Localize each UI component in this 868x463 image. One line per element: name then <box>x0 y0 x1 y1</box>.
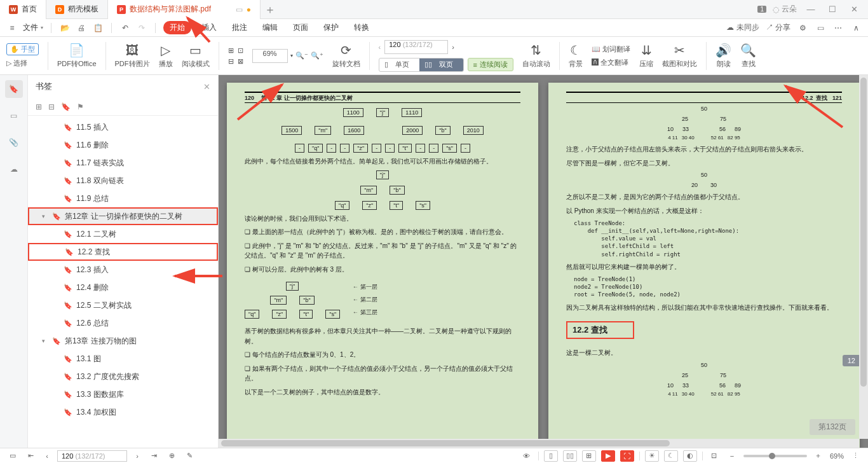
next-page-icon[interactable]: › <box>131 452 144 460</box>
first-page-icon[interactable]: ⇤ <box>24 452 37 460</box>
tab-add-button[interactable]: ＋ <box>261 2 280 17</box>
page-prev-icon[interactable]: ‹ <box>379 43 381 51</box>
bookmark-item[interactable]: 🔖12.4 删除 <box>28 279 218 296</box>
single-page-button[interactable]: ▯ 单页 <box>379 59 419 71</box>
status-more-icon[interactable]: ⋮ <box>849 452 862 460</box>
share-button[interactable]: ↗ 分享 <box>766 22 790 33</box>
thumbnail-panel-icon[interactable]: ▭ <box>5 107 23 125</box>
bookmark-item[interactable]: 🔖12.1 二叉树 <box>28 225 218 243</box>
read-aloud[interactable]: 🔊朗读 <box>715 43 731 69</box>
bookmark-item[interactable]: 🔖13.3 图数据库 <box>28 385 218 403</box>
bookmark-item[interactable]: 🔖12.5 二叉树实战 <box>28 296 218 314</box>
hand-tool[interactable]: ✋ 手型 <box>6 43 39 55</box>
horizontal-scrollbar[interactable] <box>219 439 859 448</box>
fit-width-icon[interactable]: ⊞ <box>228 46 234 55</box>
status-page-input[interactable]: 120 (132/172) <box>57 450 127 462</box>
view-double-icon[interactable]: ▯▯ <box>563 450 577 462</box>
close-button[interactable]: ✕ <box>846 4 862 14</box>
maximize-button[interactable]: ☐ <box>825 4 840 14</box>
view-single-icon[interactable]: ▯ <box>544 450 558 462</box>
bookmark-item[interactable]: 🔖12.2 查找 <box>28 243 218 261</box>
last-page-icon[interactable]: ⇥ <box>147 452 160 460</box>
full-translate[interactable]: 🅰 全文翻译 <box>592 58 630 67</box>
menu-start[interactable]: 开始 <box>163 21 191 34</box>
view-full-icon[interactable]: ⛶ <box>620 450 634 462</box>
bookmark-item[interactable]: 🔖11.7 链表实战 <box>28 154 218 172</box>
bookmark-list[interactable]: 🔖11.5 插入🔖11.6 删除🔖11.7 链表实战🔖11.8 双向链表🔖11.… <box>28 116 218 448</box>
eye-icon[interactable]: 👁 <box>520 452 533 460</box>
cloud-panel-icon[interactable]: ☁ <box>5 160 23 178</box>
hamburger-icon[interactable]: ≡ <box>6 22 18 34</box>
bookmark-item[interactable]: 🔖13.2 广度优先搜索 <box>28 368 218 385</box>
attachment-panel-icon[interactable]: 📎 <box>5 134 23 151</box>
bookmark-item[interactable]: 🔖12.3 插入 <box>28 261 218 279</box>
fit-page-icon[interactable]: ⊡ <box>238 46 243 55</box>
crop-compare[interactable]: ✂截图和对比 <box>662 43 697 69</box>
cloud-icon[interactable]: ◌ 云朵 <box>773 4 797 15</box>
zoom-in-icon[interactable]: 🔍⁺ <box>311 52 323 60</box>
close-panel-icon[interactable]: ✕ <box>203 82 210 92</box>
open-icon[interactable]: 📂 <box>59 22 71 34</box>
page-next-icon[interactable]: › <box>452 43 454 51</box>
select-tool[interactable]: ▷ 选择 <box>6 58 39 69</box>
collapse-ribbon-icon[interactable]: ∧ <box>850 22 862 34</box>
menu-annotate[interactable]: 批注 <box>227 22 252 33</box>
background[interactable]: ☾背景 <box>569 43 583 69</box>
bookmark-item[interactable]: 🔖13.4 加权图 <box>28 403 218 421</box>
undo-icon[interactable]: ↶ <box>119 22 131 34</box>
bookmark-item[interactable]: ▾🔖第12章 让一切操作都更快的二叉树 <box>28 207 218 225</box>
bookmark-item[interactable]: 🔖11.8 双向链表 <box>28 172 218 190</box>
compress[interactable]: ⇊压缩 <box>639 43 653 69</box>
pdf-to-image[interactable]: 🖼PDF转图片 <box>115 43 150 69</box>
file-menu[interactable]: 文件 ▾ <box>23 22 43 33</box>
bg-eye-icon[interactable]: ◐ <box>683 450 697 462</box>
print-icon[interactable]: 📋 <box>92 22 104 34</box>
auto-scroll[interactable]: ⇅自动滚动 <box>522 43 550 69</box>
menu-protect[interactable]: 保护 <box>318 22 344 33</box>
tab-daoke[interactable]: D 稻壳模板 <box>46 0 108 19</box>
actual-size-icon[interactable]: ⊟ <box>228 57 234 66</box>
rotate-doc[interactable]: ⟳旋转文档 <box>332 43 360 69</box>
fit-icon[interactable]: ⊡ <box>708 452 721 460</box>
bookmark-panel-icon[interactable]: 🔖 <box>5 80 23 98</box>
save-icon[interactable]: 🖨 <box>76 22 87 34</box>
collapse-all-icon[interactable]: ⊟ <box>48 102 55 111</box>
read-mode[interactable]: ▭阅读模式 <box>182 43 210 69</box>
menu-page[interactable]: 页面 <box>288 22 313 33</box>
present-icon[interactable]: ▭ <box>236 5 243 14</box>
sync-status[interactable]: ☁ 未同步 <box>726 22 759 33</box>
document-viewport[interactable]: 120第 12 章 让一切操作都更快的二叉树 1100"j"1110 1500"… <box>219 75 868 448</box>
page-input[interactable]: 120 (132/172) <box>384 40 448 54</box>
zoom-input[interactable]: 69% <box>252 49 288 63</box>
bookmark-item[interactable]: 🔖11.5 插入 <box>28 118 218 136</box>
menu-insert[interactable]: 插入 <box>196 22 222 33</box>
expand-all-icon[interactable]: ⊞ <box>36 102 42 111</box>
more-icon[interactable]: ⋯ <box>832 22 844 34</box>
vertical-scrollbar[interactable] <box>859 75 868 439</box>
find[interactable]: 🔍查找 <box>740 43 756 69</box>
bg-night-icon[interactable]: ☾ <box>664 450 678 462</box>
bg-day-icon[interactable]: ☀ <box>645 450 659 462</box>
bookmark-item[interactable]: 🔖11.6 删除 <box>28 136 218 154</box>
settings-icon[interactable]: ⚙ <box>797 22 808 34</box>
bookmark-add-icon[interactable]: 🔖 <box>61 102 71 111</box>
status-edit-icon[interactable]: ✎ <box>183 452 196 460</box>
pdf-to-office[interactable]: 📄PDF转Office <box>57 43 97 69</box>
zoom-slider[interactable] <box>743 455 807 457</box>
status-pages-icon[interactable]: ▭ <box>6 452 19 460</box>
bookmark-item[interactable]: 🔖11.9 总结 <box>28 190 218 207</box>
play-button[interactable]: ▷播放 <box>159 43 173 69</box>
fit-height-icon[interactable]: ⊠ <box>238 57 243 66</box>
view-grid-icon[interactable]: ⊞ <box>582 450 596 462</box>
help-icon[interactable]: ▭ <box>815 22 826 34</box>
bookmark-item[interactable]: ▾🔖第13章 连接万物的图 <box>28 332 218 350</box>
double-page-button[interactable]: ▯▯ 双页 <box>419 59 463 71</box>
bookmark-item[interactable]: 🔖12.6 总结 <box>28 314 218 332</box>
menu-edit[interactable]: 编辑 <box>257 22 283 33</box>
zoom-out-button[interactable]: − <box>726 452 738 460</box>
minimize-button[interactable]: — <box>803 4 818 14</box>
tab-pdf[interactable]: P 数据结构与算法图解.pdf ▭ ● <box>108 0 261 19</box>
menu-convert[interactable]: 转换 <box>349 22 374 33</box>
continuous-read-button[interactable]: ≡ 连续阅读 <box>468 58 513 71</box>
redo-icon[interactable]: ↷ <box>136 22 147 34</box>
